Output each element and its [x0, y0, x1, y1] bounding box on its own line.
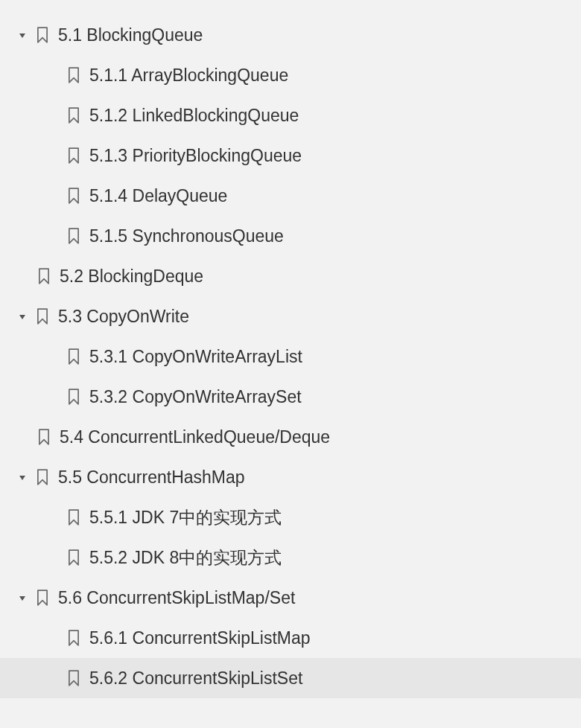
bookmark-icon — [66, 389, 82, 405]
bookmark-icon — [66, 147, 82, 164]
outline-item-label: 5.1.1 ArrayBlockingQueue — [89, 66, 288, 86]
outline-item[interactable]: 5.5.1 JDK 7中的实现方式 — [0, 497, 581, 537]
outline-item[interactable]: 5.1.4 DelayQueue — [0, 176, 581, 216]
outline-item-label: 5.6.2 ConcurrentSkipListSet — [89, 668, 302, 689]
outline-item[interactable]: 5.1.1 ArrayBlockingQueue — [0, 55, 581, 95]
outline-item[interactable]: 5.6.2 ConcurrentSkipListSet — [0, 658, 581, 698]
outline-item-label: 5.1.2 LinkedBlockingQueue — [89, 106, 299, 126]
bookmark-icon — [66, 630, 82, 646]
outline-item[interactable]: 5.1.2 LinkedBlockingQueue — [0, 95, 581, 135]
outline-item-label: 5.3.2 CopyOnWriteArraySet — [89, 387, 302, 407]
bookmark-icon — [34, 469, 51, 485]
outline-item-label: 5.6 ConcurrentSkipListMap/Set — [58, 588, 295, 608]
outline-item-label: 5.1 BlockingQueue — [58, 25, 203, 45]
bookmark-icon — [36, 429, 52, 445]
bookmark-icon — [66, 348, 82, 365]
outline-item[interactable]: 5.3.1 CopyOnWriteArrayList — [0, 336, 581, 377]
outline-item-label: 5.1.3 PriorityBlockingQueue — [89, 146, 302, 166]
bookmark-icon — [66, 549, 82, 566]
bookmark-icon — [34, 27, 51, 43]
bookmark-icon — [66, 67, 82, 83]
outline-item[interactable]: 5.1.5 SynchronousQueue — [0, 216, 581, 256]
expand-toggle-icon[interactable] — [15, 28, 30, 42]
outline-item[interactable]: 5.1 BlockingQueue — [0, 15, 581, 55]
bookmark-icon — [34, 308, 51, 325]
bookmark-icon — [66, 228, 82, 244]
outline-item-label: 5.3.1 CopyOnWriteArrayList — [89, 347, 302, 367]
outline-item-label: 5.4 ConcurrentLinkedQueue/Deque — [60, 427, 330, 447]
bookmark-icon — [66, 670, 82, 686]
expand-toggle-icon[interactable] — [15, 470, 30, 485]
expand-toggle-icon[interactable] — [15, 590, 30, 605]
outline-item[interactable]: 5.3 CopyOnWrite — [0, 296, 581, 336]
outline-item-label: 5.1.5 SynchronousQueue — [89, 226, 284, 246]
outline-item[interactable]: 5.5.2 JDK 8中的实现方式 — [0, 537, 581, 578]
expand-toggle-icon[interactable] — [15, 309, 30, 324]
bookmark-icon — [34, 590, 51, 606]
outline-item-label: 5.5.1 JDK 7中的实现方式 — [89, 506, 282, 529]
outline-item[interactable]: 5.3.2 CopyOnWriteArraySet — [0, 377, 581, 417]
bookmark-icon — [36, 268, 52, 284]
outline-item[interactable]: 5.6 ConcurrentSkipListMap/Set — [0, 578, 581, 618]
outline-item[interactable]: 5.6.1 ConcurrentSkipListMap — [0, 618, 581, 658]
outline-tree: 5.1 BlockingQueue5.1.1 ArrayBlockingQueu… — [0, 15, 581, 698]
outline-item-label: 5.5 ConcurrentHashMap — [58, 467, 245, 488]
bookmark-icon — [66, 107, 82, 124]
outline-item-label: 5.2 BlockingDeque — [60, 266, 203, 287]
outline-item[interactable]: 5.5 ConcurrentHashMap — [0, 457, 581, 497]
bookmark-icon — [66, 509, 82, 526]
outline-item[interactable]: 5.1.3 PriorityBlockingQueue — [0, 135, 581, 176]
bookmark-icon — [66, 188, 82, 204]
outline-item-label: 5.5.2 JDK 8中的实现方式 — [89, 546, 282, 569]
outline-item[interactable]: 5.2 BlockingDeque — [0, 256, 581, 296]
outline-item-label: 5.1.4 DelayQueue — [89, 186, 227, 206]
outline-item[interactable]: 5.4 ConcurrentLinkedQueue/Deque — [0, 417, 581, 457]
outline-item-label: 5.3 CopyOnWrite — [58, 307, 189, 327]
outline-item-label: 5.6.1 ConcurrentSkipListMap — [89, 628, 311, 648]
